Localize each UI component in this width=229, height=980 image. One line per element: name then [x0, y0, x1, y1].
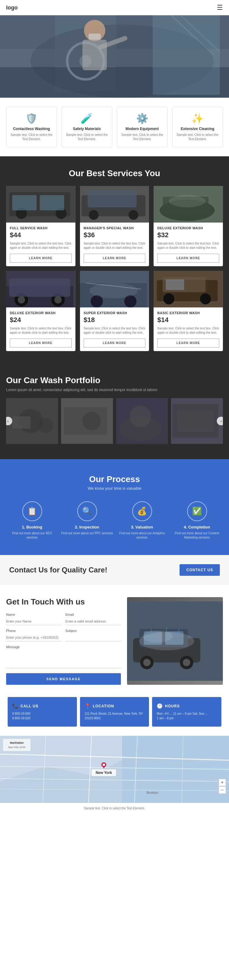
services-title: Our Best Services You: [6, 169, 223, 178]
service-image-5: [80, 271, 149, 307]
feature-card-2: 🧪 Safety Materials Sample text. Click to…: [61, 107, 112, 147]
message-textarea[interactable]: [6, 650, 121, 668]
service-price-4: $24: [10, 316, 72, 324]
phone-input[interactable]: [6, 634, 62, 641]
map-zoom-controls: + −: [219, 779, 226, 794]
safety-icon: 🧪: [65, 113, 109, 124]
service-image-3: [154, 186, 223, 223]
service-image-2: [80, 186, 149, 223]
service-card-6: BASIC EXTERIOR WASH $14 Sample text. Cli…: [154, 271, 223, 351]
info-icon-1: 📞: [12, 703, 19, 709]
learn-more-button-6[interactable]: LEARN MORE: [157, 339, 219, 347]
info-card-title-2: 📍 LOCATION: [84, 703, 145, 709]
step-number-3: 3. Valuation: [116, 525, 168, 530]
svg-point-57: [130, 406, 151, 427]
process-step-1: 📋 1. Booking Find out more about our SEO…: [6, 501, 58, 540]
feature-desc-4: Sample text. Click to select the Text El…: [176, 133, 219, 142]
portfolio-section: Our Car Wash Portfolio Lorem ipsum sit a…: [0, 363, 229, 459]
info-icon-3: 🕐: [157, 703, 163, 709]
feature-desc-3: Sample text. Click to select the Text El…: [120, 133, 164, 142]
service-card-3: DELUXE EXTERIOR WASH $32 Sample text. Cl…: [154, 186, 223, 266]
service-desc-3: Sample text. Click to select the text bo…: [157, 242, 219, 250]
service-name-3: DELUXE EXTERIOR WASH: [157, 226, 219, 230]
svg-point-24: [129, 210, 138, 220]
svg-point-69: [183, 659, 190, 666]
form-group-name: Name: [6, 613, 62, 625]
feature-title-3: Modern Equipment: [120, 127, 164, 131]
map-zoom-out-button[interactable]: −: [219, 786, 226, 794]
learn-more-button-3[interactable]: LEARN MORE: [157, 254, 219, 262]
info-card-3: 🕐 HOURS Mon –Fri ... 11 am – 8 pm Sat, S…: [152, 697, 221, 727]
svg-rect-60: [177, 410, 214, 432]
svg-rect-19: [40, 195, 64, 210]
portfolio-title: Our Car Wash Portfolio: [6, 375, 223, 385]
send-message-button[interactable]: SEND MESSAGE: [6, 673, 121, 685]
phone-label: Phone: [6, 629, 62, 633]
cleaning-icon: ✨: [176, 113, 219, 124]
service-price-1: $44: [10, 231, 72, 239]
info-card-text-2: 121 Rock Street, 21 Avenue, New York, NY…: [84, 711, 145, 721]
subject-label: Subject: [65, 629, 121, 633]
service-card-2: MANAGER'S SPECIAL WASH $36 Sample text. …: [80, 186, 149, 266]
map-zoom-in-button[interactable]: +: [219, 779, 226, 786]
subject-input[interactable]: [65, 634, 121, 641]
info-card-title-3: 🕐 HOURS: [157, 703, 217, 709]
learn-more-button-2[interactable]: LEARN MORE: [84, 254, 146, 262]
contact-banner: Contact Us for Quality Care! CONTACT US: [0, 555, 229, 585]
service-price-5: $18: [84, 316, 146, 324]
form-group-phone: Phone: [6, 629, 62, 641]
step-number-2: 2. Inspection: [61, 525, 113, 530]
info-icon-2: 📍: [84, 703, 91, 709]
learn-more-button-4[interactable]: LEARN MORE: [10, 339, 72, 347]
hamburger-menu[interactable]: ☰: [217, 4, 223, 11]
svg-point-34: [54, 296, 62, 304]
step-number-4: 4. Completion: [171, 525, 223, 530]
feature-desc-1: Sample text. Click to select the Text El…: [10, 133, 53, 142]
step-desc-4: Find out more about our Content Marketin…: [171, 531, 223, 540]
service-card-1: FULL SERVICE WASH $44 Sample text. Click…: [6, 186, 75, 266]
portfolio-image-1: [6, 398, 58, 444]
service-image-6: [154, 271, 223, 307]
svg-rect-50: [12, 417, 30, 429]
form-group-email: Email: [65, 613, 121, 625]
svg-point-54: [83, 412, 101, 430]
portfolio-img-placeholder-1: [6, 398, 58, 444]
info-card-text-3: Mon –Fri ... 11 am – 8 pm Sat, Sun ...1 …: [157, 711, 217, 721]
service-name-1: FULL SERVICE WASH: [10, 226, 72, 230]
portfolio-image-3: [116, 398, 168, 444]
portfolio-subtitle: Lorem ipsum sit amet, consectetur adipis…: [6, 388, 223, 392]
svg-point-44: [163, 293, 174, 304]
feature-card-3: ⚙️ Modern Equipment Sample text. Click t…: [117, 107, 168, 147]
contact-us-button[interactable]: CONTACT US: [180, 564, 220, 576]
form-group-message: Message: [6, 645, 121, 673]
feature-card-1: 🛡️ Contactless Washing Sample text. Clic…: [6, 107, 57, 147]
service-card-5: SUPER EXTERIOR WASH $18 Sample text. Cli…: [80, 271, 149, 351]
name-input[interactable]: [6, 617, 62, 625]
info-card-1: 📞 CALL US 8 800-10-5008 800-19-520: [8, 697, 77, 727]
contact-form-column: Get In Touch With us Name Email Phone Su…: [6, 597, 121, 685]
process-steps: 📋 1. Booking Find out more about our SEO…: [6, 501, 223, 540]
info-card-title-1: 📞 CALL US: [12, 703, 72, 709]
service-name-5: SUPER EXTERIOR WASH: [84, 311, 146, 315]
contact-photo: [127, 597, 223, 685]
services-section: Our Best Services You FULL SERVICE WASH …: [0, 156, 229, 363]
contact-banner-title: Contact Us for Quality Care!: [9, 566, 107, 574]
portfolio-image-2: [61, 398, 113, 444]
email-input[interactable]: [65, 617, 121, 625]
service-image-4: [6, 271, 75, 307]
service-price-6: $14: [157, 316, 219, 324]
name-label: Name: [6, 613, 62, 616]
slider-next-button[interactable]: ›: [217, 417, 223, 425]
svg-point-67: [143, 659, 151, 666]
process-step-3: 💰 3. Valuation Find out more about our A…: [116, 501, 168, 540]
step-desc-1: Find out more about our SEO services: [6, 531, 58, 540]
learn-more-button-5[interactable]: LEARN MORE: [84, 339, 146, 347]
step-desc-2: Find out more about our PPC services: [61, 531, 113, 536]
logo: logo: [6, 5, 18, 11]
feature-title-2: Safety Materials: [65, 127, 109, 131]
learn-more-button-1[interactable]: LEARN MORE: [10, 254, 72, 262]
svg-rect-47: [166, 279, 184, 290]
svg-text:Brooklyn: Brooklyn: [146, 791, 159, 794]
svg-point-51: [38, 418, 53, 433]
service-desc-1: Sample text. Click to select the text bo…: [10, 242, 72, 250]
